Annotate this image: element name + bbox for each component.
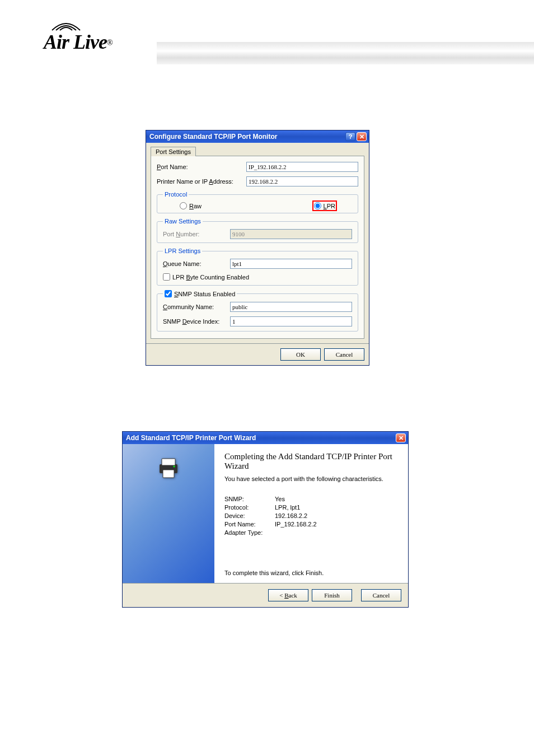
port-name-label: Port Name: xyxy=(157,164,246,170)
raw-settings-group: Raw Settings Port Number: xyxy=(157,218,358,243)
dialog2-titlebar: Add Standard TCP/IP Printer Port Wizard … xyxy=(123,432,408,444)
printer-address-input[interactable] xyxy=(246,176,358,186)
wizard-heading: Completing the Add Standard TCP/IP Print… xyxy=(224,452,398,471)
device-index-label: SNMP Device Index: xyxy=(163,318,230,325)
logo-reg: ® xyxy=(107,39,113,47)
printer-address-label: Printer Name or IP Address: xyxy=(157,178,246,185)
dialog1-titlebar: Configure Standard TCP/IP Port Monitor ?… xyxy=(146,130,369,143)
help-button[interactable]: ? xyxy=(345,132,355,141)
lpr-settings-group: LPR Settings Queue Name: LPR Byte Counti… xyxy=(157,248,358,286)
snmp-enabled-checkbox[interactable]: SNMP Status Enabled xyxy=(165,290,235,297)
add-port-wizard-dialog: Add Standard TCP/IP Printer Port Wizard … xyxy=(122,431,409,608)
svg-rect-1 xyxy=(162,459,175,465)
logo-text: Air Live xyxy=(44,31,107,53)
port-number-label: Port Number: xyxy=(163,231,230,237)
ok-button[interactable]: OK xyxy=(280,348,321,361)
wizard-instruction: To complete this wizard, click Finish. xyxy=(224,570,398,576)
cancel-button[interactable]: Cancel xyxy=(361,589,401,601)
cancel-button[interactable]: Cancel xyxy=(324,348,364,361)
community-name-label: Community Name: xyxy=(163,304,230,310)
dialog1-panel: Port Name: Printer Name or IP Address: P… xyxy=(151,156,364,339)
byte-counting-checkbox[interactable]: LPR Byte Counting Enabled xyxy=(163,273,352,281)
page-header: Air Live® xyxy=(0,0,534,73)
protocol-group: Protocol Raw LPR xyxy=(157,191,358,213)
snmp-legend: SNMP Status Enabled xyxy=(163,290,237,297)
svg-rect-2 xyxy=(163,470,174,478)
header-divider xyxy=(157,42,534,64)
back-button[interactable]: < Back xyxy=(268,589,308,601)
port-settings-tab[interactable]: Port Settings xyxy=(151,147,196,156)
lpr-settings-legend: LPR Settings xyxy=(163,248,202,254)
summary-adapter: Adapter Type: xyxy=(224,529,398,536)
svg-point-3 xyxy=(174,466,175,468)
snmp-group: SNMP Status Enabled Community Name: SNMP… xyxy=(157,290,358,332)
configure-port-dialog: Configure Standard TCP/IP Port Monitor ?… xyxy=(146,130,369,366)
airlive-logo: Air Live® xyxy=(44,20,150,54)
port-number-input xyxy=(230,229,352,239)
port-name-input[interactable] xyxy=(246,162,358,172)
summary-portname: Port Name:IP_192.168.2.2 xyxy=(224,521,398,528)
wizard-sidebar xyxy=(123,444,214,583)
lpr-radio[interactable]: LPR xyxy=(314,202,335,209)
dialog2-title: Add Standard TCP/IP Printer Port Wizard xyxy=(126,434,256,442)
raw-settings-legend: Raw Settings xyxy=(163,218,203,225)
wizard-main: Completing the Add Standard TCP/IP Print… xyxy=(214,444,408,583)
protocol-legend: Protocol xyxy=(163,191,189,198)
summary-snmp: SNMP:Yes xyxy=(224,496,398,502)
printer-icon xyxy=(156,455,181,480)
raw-radio[interactable]: Raw xyxy=(180,202,202,209)
queue-name-label: Queue Name: xyxy=(163,260,230,267)
close-button[interactable]: ✕ xyxy=(357,132,367,141)
finish-button[interactable]: Finish xyxy=(312,589,352,601)
logo-arc-icon xyxy=(49,20,83,31)
device-index-input[interactable] xyxy=(230,316,352,326)
dialog1-title: Configure Standard TCP/IP Port Monitor xyxy=(149,133,277,141)
summary-device: Device:192.168.2.2 xyxy=(224,512,398,519)
queue-name-input[interactable] xyxy=(230,259,352,269)
close-button[interactable]: ✕ xyxy=(396,433,406,442)
community-name-input[interactable] xyxy=(230,302,352,312)
wizard-subtitle: You have selected a port with the follow… xyxy=(224,475,398,482)
summary-protocol: Protocol:LPR, lpt1 xyxy=(224,504,398,511)
